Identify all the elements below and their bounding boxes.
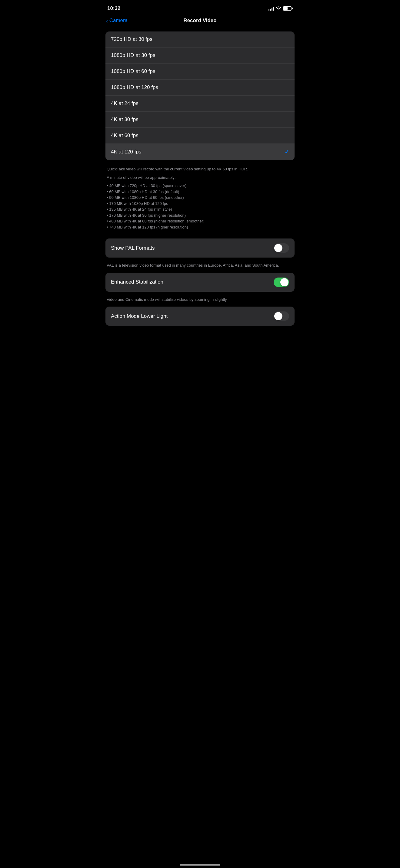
video-quality-list: 720p HD at 30 fps 1080p HD at 30 fps 108… — [106, 31, 294, 160]
action-mode-toggle[interactable] — [274, 311, 289, 321]
quality-item-4k120[interactable]: 4K at 120 fps ✓ — [106, 144, 294, 160]
selected-checkmark: ✓ — [285, 149, 289, 155]
toggle-knob-pal — [274, 244, 282, 252]
quality-label-4k60: 4K at 60 fps — [111, 132, 139, 138]
size-item-1080p30: 60 MB with 1080p HD at 30 fps (default) — [107, 189, 293, 195]
quality-label-1080p120: 1080p HD at 120 fps — [111, 85, 158, 91]
size-item-1080p60: 90 MB with 1080p HD at 60 fps (smoother) — [107, 195, 293, 200]
size-list: 40 MB with 720p HD at 30 fps (space save… — [107, 183, 293, 230]
signal-icon — [268, 6, 274, 10]
size-item-4k30: 170 MB with 4K at 30 fps (higher resolut… — [107, 213, 293, 218]
size-item-1080p120: 170 MB with 1080p HD at 120 fps — [107, 200, 293, 207]
quality-label-4k30: 4K at 30 fps — [111, 117, 139, 123]
minute-header: A minute of video will be approximately: — [107, 175, 293, 181]
battery-icon — [283, 6, 293, 10]
enhanced-stabilization-section: Enhanced Stabilization — [106, 273, 294, 292]
quality-label-1080p30: 1080p HD at 30 fps — [111, 52, 155, 58]
quality-label-4k120: 4K at 120 fps — [111, 149, 141, 155]
chevron-left-icon: ‹ — [106, 18, 108, 24]
video-info-text: QuickTake video will record with the cur… — [106, 164, 294, 232]
size-item-4k60: 400 MB with 4K at 60 fps (higher resolut… — [107, 218, 293, 224]
toggle-knob-action-mode — [274, 312, 282, 320]
size-item-4k120: 740 MB with 4K at 120 fps (higher resolu… — [107, 224, 293, 230]
pal-formats-row: Show PAL Formats — [106, 239, 294, 257]
back-button[interactable]: ‹ Camera — [106, 18, 127, 24]
status-bar: 10:32 — [100, 0, 300, 15]
pal-formats-section: Show PAL Formats — [106, 239, 294, 257]
action-mode-label: Action Mode Lower Light — [111, 313, 168, 319]
enhanced-stabilization-label: Enhanced Stabilization — [111, 279, 163, 285]
pal-formats-label: Show PAL Formats — [111, 245, 155, 251]
quality-item-1080p120[interactable]: 1080p HD at 120 fps — [106, 80, 294, 96]
quality-label-1080p60: 1080p HD at 60 fps — [111, 68, 155, 74]
quality-item-1080p30[interactable]: 1080p HD at 30 fps — [106, 48, 294, 64]
quicktake-info: QuickTake video will record with the cur… — [107, 166, 293, 172]
quality-item-1080p60[interactable]: 1080p HD at 60 fps — [106, 64, 294, 80]
back-label: Camera — [109, 18, 127, 24]
size-item-4k24: 135 MB with 4K at 24 fps (film style) — [107, 207, 293, 213]
quality-item-4k30[interactable]: 4K at 30 fps — [106, 112, 294, 128]
status-time: 10:32 — [107, 5, 120, 11]
wifi-icon — [276, 6, 281, 11]
quality-label-720p30: 720p HD at 30 fps — [111, 36, 152, 42]
quality-item-4k60[interactable]: 4K at 60 fps — [106, 128, 294, 144]
size-item-720p30: 40 MB with 720p HD at 30 fps (space save… — [107, 183, 293, 189]
pal-formats-toggle[interactable] — [274, 243, 289, 253]
action-mode-section: Action Mode Lower Light — [106, 307, 294, 326]
main-content: 720p HD at 30 fps 1080p HD at 30 fps 108… — [100, 28, 300, 341]
action-mode-row: Action Mode Lower Light — [106, 307, 294, 326]
enhanced-stabilization-description: Video and Cinematic mode will stabilize … — [106, 295, 294, 307]
pal-formats-description: PAL is a television video format used in… — [106, 260, 294, 273]
page-title: Record Video — [183, 18, 217, 24]
toggle-knob-stabilization — [280, 278, 288, 286]
nav-bar: ‹ Camera Record Video — [100, 15, 300, 28]
quality-item-720p30[interactable]: 720p HD at 30 fps — [106, 31, 294, 48]
enhanced-stabilization-toggle[interactable] — [274, 278, 289, 287]
enhanced-stabilization-row: Enhanced Stabilization — [106, 273, 294, 292]
status-icons — [268, 6, 293, 11]
quality-label-4k24: 4K at 24 fps — [111, 100, 139, 106]
quality-item-4k24[interactable]: 4K at 24 fps — [106, 96, 294, 112]
